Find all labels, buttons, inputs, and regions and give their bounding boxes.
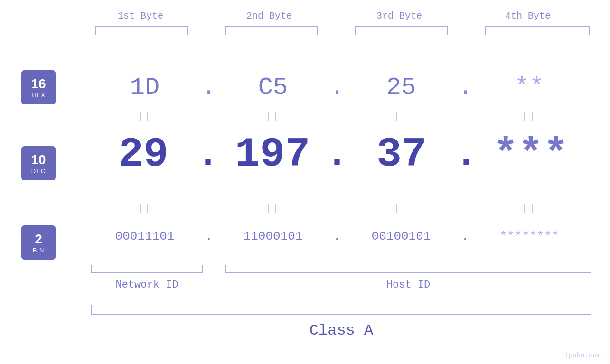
dot-bin-1: . — [199, 229, 218, 244]
dec-b1: 29 — [90, 131, 197, 178]
dec-base-box: 10 DEC — [21, 146, 56, 180]
byte2-header: 2nd Byte — [246, 10, 292, 21]
eq2-b1: || — [90, 203, 199, 214]
hex-base-box: 16 HEX — [21, 70, 56, 104]
dot-dec-2: . — [326, 133, 348, 176]
eq2-b2: || — [218, 203, 328, 214]
dec-b4: *** — [478, 131, 584, 178]
network-id-label: Network ID — [91, 279, 203, 291]
main-layout: 1st Byte 2nd Byte 3rd Byte 4th Byte 16 H… — [0, 0, 610, 364]
dot-dec-1: . — [197, 133, 219, 176]
dec-b2: 197 — [219, 131, 326, 178]
host-id-bracket — [225, 265, 591, 273]
byte1-header: 1st Byte — [118, 10, 163, 21]
dec-row: 29 . 197 . 37 . *** — [90, 128, 584, 180]
bracket-top-byte3 — [355, 26, 448, 35]
network-id-bracket — [91, 265, 203, 273]
dot-bin-3: . — [456, 229, 475, 244]
dot-hex-3: . — [456, 74, 475, 102]
dot-hex-2: . — [328, 74, 347, 102]
bracket-top-byte4 — [485, 26, 590, 35]
bracket-top-byte2 — [225, 26, 318, 35]
bin-row: 00011101 . 11000101 . 00100101 . *******… — [90, 219, 584, 253]
bin-b3: 00100101 — [347, 229, 456, 243]
eq1-b4: || — [475, 112, 584, 122]
bin-b1: 00011101 — [90, 229, 199, 243]
equals-row-1: || || || || — [90, 110, 584, 123]
bin-b4: ******** — [475, 229, 584, 243]
dot-dec-3: . — [455, 133, 478, 176]
hex-b2: C5 — [218, 74, 328, 102]
dot-bin-2: . — [328, 229, 347, 244]
class-a-label: Class A — [91, 322, 591, 339]
hex-b1: 1D — [90, 74, 199, 102]
byte4-header: 4th Byte — [505, 10, 551, 21]
dot-hex-1: . — [199, 74, 218, 102]
hex-b3: 25 — [347, 74, 456, 102]
bin-base-box: 2 BIN — [21, 225, 56, 260]
watermark: ipshu.com — [564, 352, 601, 359]
bracket-top-byte1 — [95, 26, 188, 35]
eq1-b2: || — [218, 112, 328, 122]
eq1-b3: || — [347, 112, 456, 122]
byte3-header: 3rd Byte — [376, 10, 422, 21]
hex-row: 1D . C5 . 25 . ** — [90, 70, 584, 104]
equals-row-2: || || || || — [90, 202, 584, 215]
outer-bracket — [91, 305, 591, 315]
eq2-b4: || — [475, 203, 584, 214]
dec-b3: 37 — [348, 131, 455, 178]
bin-b2: 11000101 — [218, 229, 328, 243]
eq1-b1: || — [90, 112, 199, 122]
host-id-label: Host ID — [225, 279, 591, 291]
hex-b4: ** — [475, 74, 584, 102]
eq2-b3: || — [347, 203, 456, 214]
